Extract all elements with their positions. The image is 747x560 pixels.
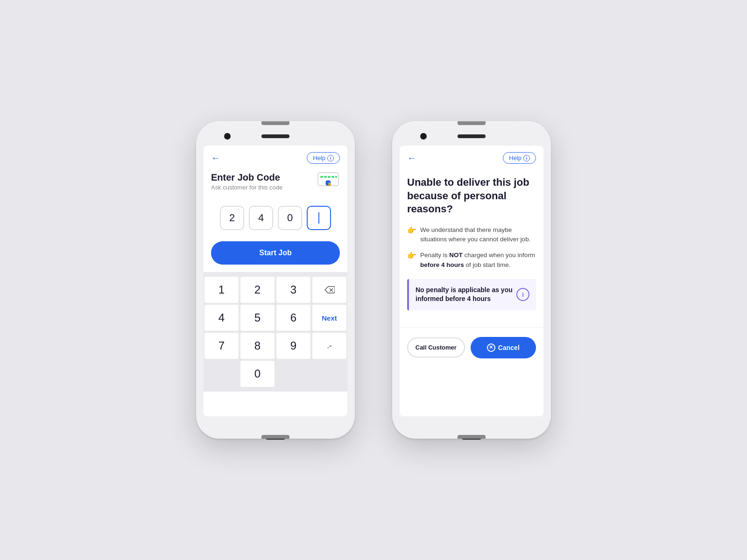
phone-speaker	[261, 134, 289, 138]
point1-icon: 👉	[407, 226, 416, 235]
screen-subtitle-1: Ask customer for this code	[211, 184, 282, 191]
penalty-info-icon[interactable]: i	[516, 288, 529, 301]
key-1[interactable]: 1	[204, 277, 239, 303]
help-button-2[interactable]: Help i	[503, 152, 536, 164]
scene: ← Help i Enter Job Code Ask customer for…	[177, 103, 570, 457]
back-button-1[interactable]: ←	[211, 153, 220, 163]
phone-speaker-2	[458, 134, 486, 138]
phone-unable-to-deliver: ← Help i Unable to deliver this job beca…	[392, 121, 551, 439]
cancel-label: Cancel	[498, 344, 520, 351]
penalty-box: No penalty is applicable as you informed…	[407, 279, 536, 310]
screen2-content: Unable to deliver this job because of pe…	[400, 168, 543, 327]
help-button-1[interactable]: Help i	[307, 152, 340, 164]
svg-text:🔒: 🔒	[327, 181, 332, 186]
key-5[interactable]: 5	[240, 305, 275, 331]
screen-unable-deliver: ← Help i Unable to deliver this job beca…	[400, 146, 543, 366]
info-point-1: 👉 We understand that there maybe situati…	[407, 225, 536, 245]
numeric-keypad: 1 2 3 4 5	[204, 272, 347, 392]
svg-rect-4	[331, 176, 334, 178]
key-next[interactable]: Next	[312, 305, 346, 331]
svg-rect-2	[324, 176, 327, 178]
bottom-bar-2	[461, 435, 482, 440]
point1-text: We understand that there maybe situation…	[420, 225, 536, 245]
title-group-1: Enter Job Code Ask customer for this cod…	[211, 172, 282, 191]
code-box-1[interactable]: 4	[249, 206, 273, 230]
svg-rect-1	[320, 176, 323, 178]
phone-top-bar-2	[400, 129, 543, 144]
screen-enter-job-code: ← Help i Enter Job Code Ask customer for…	[204, 146, 347, 392]
cancel-button[interactable]: ✕ Cancel	[471, 337, 536, 358]
screen2-footer: Call Customer ✕ Cancel	[400, 331, 543, 366]
phone-enter-job-code: ← Help i Enter Job Code Ask customer for…	[196, 121, 355, 439]
svg-rect-3	[328, 176, 331, 178]
start-job-button[interactable]: Start Job	[211, 241, 340, 265]
call-customer-button[interactable]: Call Customer	[407, 337, 465, 357]
key-delete[interactable]	[312, 277, 346, 303]
point2-bold-not: NOT	[449, 252, 463, 259]
help-icon-2: i	[523, 155, 530, 161]
svg-rect-5	[335, 176, 337, 178]
cursor-blink	[318, 212, 319, 224]
key-3[interactable]: 3	[276, 277, 310, 303]
key-8[interactable]: 8	[240, 333, 275, 359]
code-box-3[interactable]	[307, 206, 331, 230]
numpad-row-1: 1 2 3	[204, 276, 347, 304]
info-point-2: 👉 Penalty is NOT charged when you inform…	[407, 251, 536, 270]
point2-bold-hours: before 4 hours	[420, 261, 464, 268]
help-label-1: Help	[313, 154, 325, 161]
key-empty-mid	[276, 361, 310, 387]
key-6[interactable]: 6	[276, 305, 310, 331]
penalty-text: No penalty is applicable as you informed…	[416, 286, 516, 304]
help-icon-1: i	[327, 155, 334, 161]
screen-header-2: ← Help i	[400, 146, 543, 168]
keypad-icon: 🔒	[317, 172, 340, 189]
phone-bottom-1	[204, 420, 347, 431]
phone-bottom-2	[400, 420, 543, 431]
key-empty-right	[312, 361, 346, 387]
point2-icon: 👉	[407, 251, 416, 260]
numpad-row-3: 7 8 9 .-	[204, 332, 347, 360]
camera-dot	[224, 133, 231, 140]
point2-text: Penalty is NOT charged when you inform b…	[420, 251, 536, 270]
numpad-row-4: 0	[204, 360, 347, 388]
key-dot-dash[interactable]: .-	[312, 333, 346, 359]
key-7[interactable]: 7	[204, 333, 239, 359]
unable-headline: Unable to deliver this job because of pe…	[407, 176, 536, 216]
key-empty-left	[204, 361, 239, 387]
bottom-bar-1	[265, 435, 286, 440]
code-box-2[interactable]: 0	[278, 206, 302, 230]
help-label-2: Help	[509, 154, 521, 161]
back-button-2[interactable]: ←	[407, 153, 416, 163]
code-box-0[interactable]: 2	[220, 206, 244, 230]
key-2[interactable]: 2	[240, 277, 275, 303]
code-input-area: 2 4 0	[204, 198, 347, 241]
screen-header-1: ← Help i	[204, 146, 347, 168]
cancel-icon: ✕	[487, 343, 495, 352]
key-0[interactable]: 0	[240, 361, 275, 387]
phone-top-bar	[204, 129, 347, 144]
footer-divider	[400, 327, 543, 328]
key-4[interactable]: 4	[204, 305, 239, 331]
numpad-row-2: 4 5 6 Next	[204, 304, 347, 332]
phone-screen-1: ← Help i Enter Job Code Ask customer for…	[204, 146, 347, 416]
camera-dot-2	[420, 133, 427, 140]
screen-title-1: Enter Job Code	[211, 172, 282, 183]
title-area-1: Enter Job Code Ask customer for this cod…	[204, 168, 347, 198]
phone-screen-2: ← Help i Unable to deliver this job beca…	[400, 146, 543, 416]
key-9[interactable]: 9	[276, 333, 310, 359]
